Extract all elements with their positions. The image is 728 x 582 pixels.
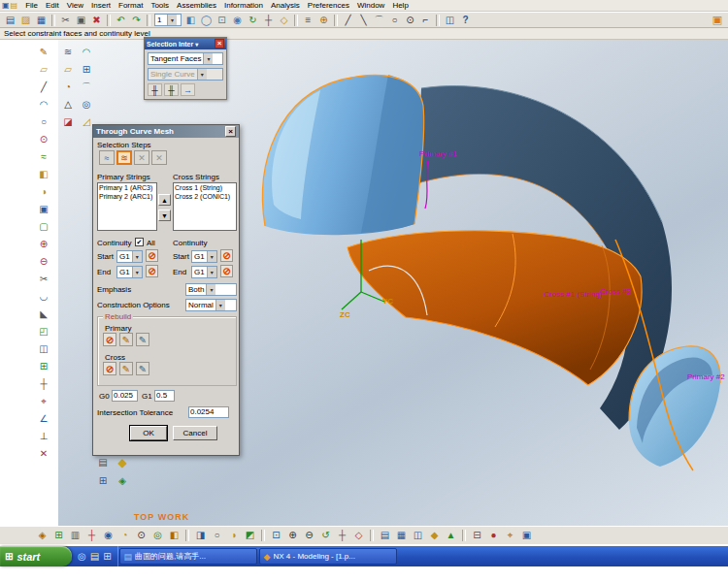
mesh-surface-icon[interactable]: ⊞	[79, 62, 94, 77]
line-icon[interactable]: ╱	[341, 14, 355, 27]
help-icon[interactable]: ?	[458, 14, 473, 27]
cylinder-icon[interactable]: ▢	[36, 219, 51, 234]
selection-intent-titlebar[interactable]: Selection Inter ▾ ×	[145, 38, 226, 49]
face-analysis-icon[interactable]: ◩	[243, 529, 257, 542]
taskbar-task-nx[interactable]: ◆ NX 4 - Modeling - [1.p...	[259, 548, 397, 565]
menu-item[interactable]: Edit	[42, 1, 63, 10]
menu-item[interactable]: Format	[115, 1, 147, 10]
orient-view-icon[interactable]: ◇	[277, 14, 291, 27]
undo-icon[interactable]: ↶	[114, 14, 128, 27]
subtract-icon[interactable]: ⊖	[36, 254, 51, 269]
pattern-icon[interactable]: ⊞	[36, 359, 51, 373]
redo-icon[interactable]: ↷	[129, 14, 144, 27]
step-primary-curve-icon[interactable]: ≈	[99, 150, 115, 165]
resource-bar-icon[interactable]: ▣	[710, 14, 725, 27]
menu-item[interactable]: File	[21, 1, 42, 10]
cross-strings-list[interactable]: Cross 1 (String)Cross 2 (CONIC1)	[173, 182, 237, 231]
primary-strings-list[interactable]: Primary 1 (ARC3)Primary 2 (ARC1)	[97, 182, 157, 231]
control-point-icon[interactable]: ▥	[68, 529, 83, 542]
rotate-icon[interactable]: ↺	[318, 529, 333, 542]
cancel-button[interactable]: Cancel	[173, 426, 217, 440]
circle-tool-icon[interactable]: ○	[36, 114, 51, 129]
end-left-continuity-select[interactable]: G1 ▾	[116, 266, 143, 278]
primary-tolerance-icon[interactable]: ✎	[136, 333, 149, 346]
top-view-icon[interactable]: ▦	[394, 529, 409, 542]
sketch-icon[interactable]: ✎	[36, 45, 51, 59]
work-plane-icon[interactable]: ⌖	[503, 529, 517, 542]
menu-item[interactable]: Insert	[87, 1, 115, 10]
shaded-view-icon[interactable]: ◧	[183, 14, 198, 27]
layer-settings-icon[interactable]: ≡	[301, 14, 315, 27]
menu-item[interactable]: Window	[353, 1, 388, 10]
extrude-icon[interactable]: ◧	[36, 167, 51, 181]
move-up-button[interactable]: ▲	[158, 194, 171, 206]
partially-shaded-icon[interactable]: ◑	[226, 529, 241, 542]
end-right-deselect-button[interactable]: ⊘	[220, 265, 233, 277]
work-part-icon[interactable]: ◆	[115, 455, 130, 469]
unite-icon[interactable]: ⊕	[36, 237, 51, 251]
menu-item[interactable]: Analysis	[267, 1, 304, 10]
selection-scope-select[interactable]: Tangent Faces ▾	[148, 52, 223, 65]
menu-item[interactable]: View	[63, 1, 87, 10]
primary-degree-icon[interactable]: ✎	[119, 333, 133, 346]
fit-icon[interactable]: ⊡	[269, 529, 283, 542]
delete-face-icon[interactable]: ✕	[36, 446, 51, 461]
bridge-icon[interactable]: ⌒	[79, 80, 94, 94]
offset-surface-icon[interactable]: ◎	[79, 97, 94, 112]
arc-tool-icon[interactable]: ◠	[36, 97, 51, 112]
datum-display-icon[interactable]: ◫	[443, 14, 457, 27]
snapshot-icon[interactable]: ▤	[95, 455, 111, 469]
step-face-icon[interactable]: ✕	[151, 150, 167, 165]
move-down-button[interactable]: ▼	[158, 210, 171, 221]
step-cross-curve-icon[interactable]: ≋	[116, 150, 132, 165]
information-icon[interactable]: ▣	[519, 529, 534, 542]
ie-icon[interactable]: ◎	[78, 551, 86, 562]
deselect-primary-rebuild-icon[interactable]: ⊘	[103, 333, 116, 346]
explorer-icon[interactable]: ▤	[90, 551, 99, 562]
shell-icon[interactable]: ◰	[36, 324, 51, 339]
circle-icon[interactable]: ○	[387, 14, 402, 27]
trim-body-icon[interactable]: ✂	[36, 272, 51, 286]
wireframe-view-icon[interactable]: ◯	[199, 14, 214, 27]
show-desktop-icon[interactable]: ⊞	[103, 551, 111, 562]
angle-icon[interactable]: ∠	[36, 411, 51, 426]
start-right-continuity-select[interactable]: G1 ▾	[191, 250, 217, 263]
through-curves-icon[interactable]: ≋	[60, 45, 76, 59]
n-sided-icon[interactable]: △	[60, 97, 76, 112]
layout-icon[interactable]: ⊞	[95, 473, 111, 488]
ruled-icon[interactable]: ▱	[60, 62, 76, 77]
arc-center-icon[interactable]: ◉	[101, 529, 116, 542]
ok-button[interactable]: OK	[130, 426, 167, 440]
menu-item[interactable]: Assemblies	[173, 1, 220, 10]
cross-string-item[interactable]: Cross 1 (String)	[174, 183, 236, 192]
mirror-icon[interactable]: ◫	[36, 341, 51, 356]
spline-icon[interactable]: ≈	[36, 149, 51, 164]
start-left-continuity-select[interactable]: G1 ▾	[116, 250, 143, 263]
wireframe-icon[interactable]: ○	[210, 529, 224, 542]
section-surface-icon[interactable]: ◔	[60, 80, 76, 94]
profile-icon[interactable]: ⌐	[418, 14, 433, 27]
point-icon[interactable]: ⊙	[403, 14, 417, 27]
step-spine-curve-icon[interactable]: ✕	[134, 150, 149, 165]
end-left-deselect-button[interactable]: ⊘	[146, 265, 158, 277]
move-object-icon[interactable]: ┼	[36, 376, 51, 391]
curve-group-icon[interactable]: ╫	[164, 83, 179, 96]
pan-icon[interactable]: ┼	[335, 529, 349, 542]
menu-item[interactable]: Help	[388, 1, 412, 10]
curve-chain-icon[interactable]: ╫	[148, 83, 162, 96]
block-icon[interactable]: ▣	[36, 202, 51, 216]
loft-preview-surface[interactable]	[347, 231, 642, 385]
constraint-icon[interactable]: ⊥	[36, 429, 51, 443]
doc-menu-icon[interactable]: ▤	[11, 2, 18, 10]
point-tool-icon[interactable]: ⊙	[36, 132, 51, 146]
construction-options-select[interactable]: Normal ▾	[185, 299, 237, 311]
g0-input[interactable]: 0.025	[112, 390, 138, 402]
point-on-curve-icon[interactable]: ◎	[150, 529, 165, 542]
start-button[interactable]: ⊞ start	[0, 546, 72, 566]
start-left-deselect-button[interactable]: ⊘	[146, 249, 158, 262]
layer-combo[interactable]: 1 ▾	[154, 14, 182, 26]
new-icon[interactable]: ▤	[3, 14, 17, 27]
front-view-icon[interactable]: ▤	[378, 529, 392, 542]
grid-snap-icon[interactable]: ⊞	[51, 529, 66, 542]
swept-icon[interactable]: ◠	[79, 45, 94, 59]
